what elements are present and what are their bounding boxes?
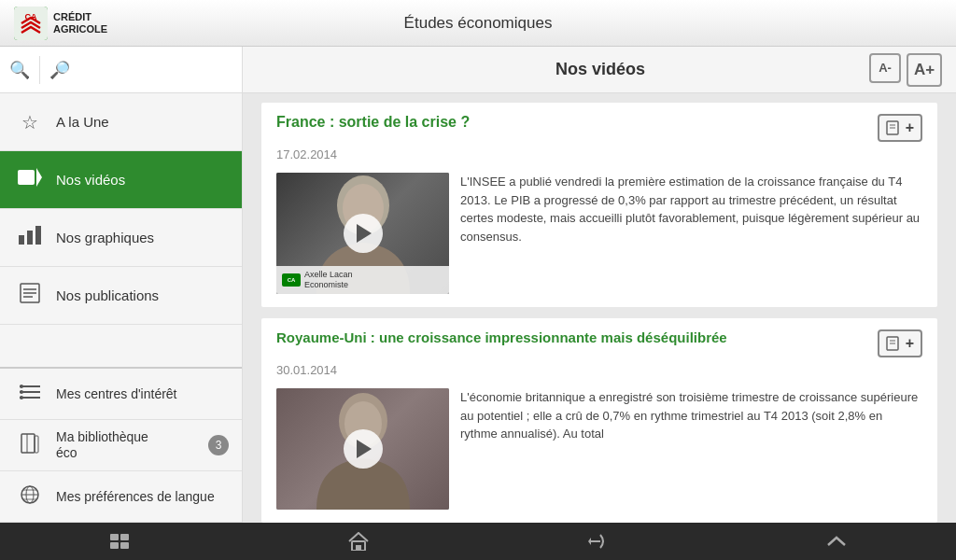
svg-rect-36 <box>120 534 129 540</box>
app-header: CA CRÉDIT AGRICOLE Études économiques <box>0 0 956 47</box>
sidebar-item-label-bibliotheque: Ma bibliothèque éco <box>56 429 148 461</box>
recents-icon <box>109 533 130 550</box>
svg-rect-4 <box>19 235 24 245</box>
logo-text: CRÉDIT AGRICOLE <box>53 11 107 34</box>
play-icon <box>357 224 372 243</box>
content-area: Nos vidéos A- A+ France : sortie de la c… <box>243 47 956 523</box>
bookmark-icon <box>886 120 903 135</box>
search-bar: 🔍 🔎 <box>0 47 242 93</box>
article-card: Royaume-Uni : une croissance impressionn… <box>261 318 937 523</box>
sidebar-item-centres-interet[interactable]: Mes centres d'intérêt <box>0 369 242 420</box>
chart-icon <box>17 226 43 249</box>
sidebar-nav: ☆ A la Une Nos vidéos <box>0 93 242 367</box>
advanced-search-icon[interactable]: 🔎 <box>49 60 70 80</box>
article-body: CA Axelle Lacan Economiste L'INSEE a pub… <box>261 169 937 307</box>
scroll-up-icon <box>826 534 847 549</box>
sidebar-item-preferences-langue[interactable]: Mes préférences de langue <box>0 471 242 523</box>
sidebar-item-label-nos-publications: Nos publications <box>56 287 159 303</box>
video-caption-text: Axelle Lacan Economiste <box>304 270 353 290</box>
logo-line2: AGRICOLE <box>53 23 107 35</box>
svg-rect-40 <box>356 545 361 551</box>
scroll-up-button[interactable] <box>813 523 860 560</box>
logo-line1: CRÉDIT <box>53 11 107 22</box>
list-icon <box>17 384 43 405</box>
search-divider <box>39 56 40 84</box>
sidebar-item-nos-graphiques[interactable]: Nos graphiques <box>0 209 242 267</box>
bookmark-plus-icon: + <box>906 119 914 136</box>
header-title: Études économiques <box>404 14 553 33</box>
svg-rect-38 <box>120 542 129 549</box>
content-section-title: Nos vidéos <box>331 60 869 79</box>
sidebar-item-label-nos-graphiques: Nos graphiques <box>56 230 154 245</box>
article-title: France : sortie de la crise ? <box>276 114 878 131</box>
sidebar-item-a-la-une[interactable]: ☆ A la Une <box>0 93 242 151</box>
bibliotheque-badge: 3 <box>208 435 229 455</box>
font-increase-button[interactable]: A+ <box>907 53 942 87</box>
bookmark-button[interactable]: + <box>878 114 922 142</box>
header-title-prefix: Études <box>404 14 458 32</box>
sidebar-item-bibliotheque[interactable]: Ma bibliothèque éco 3 <box>0 420 242 471</box>
document-icon <box>17 283 43 308</box>
main-layout: 🔍 🔎 ☆ A la Une Nos vidéos <box>0 47 956 523</box>
article-header: France : sortie de la crise ? + <box>261 103 937 146</box>
book-icon <box>17 433 43 458</box>
article-body: L'économie britannique a enregistré son … <box>261 385 937 523</box>
svg-rect-2 <box>18 170 35 185</box>
article-date: 30.01.2014 <box>261 361 937 385</box>
star-icon: ☆ <box>17 111 43 133</box>
svg-point-16 <box>20 396 23 399</box>
bookmark-button[interactable]: + <box>878 329 922 357</box>
header-title-suffix: économiques <box>457 14 552 32</box>
article-title: Royaume-Uni : une croissance impressionn… <box>276 329 878 345</box>
svg-rect-6 <box>35 226 41 245</box>
search-icon[interactable]: 🔍 <box>9 60 30 80</box>
sidebar-item-label-a-la-une: A la Une <box>56 114 109 130</box>
svg-rect-37 <box>110 542 119 549</box>
ca-logo-small: CA <box>282 273 301 287</box>
back-button[interactable] <box>574 523 621 560</box>
bookmark-icon <box>886 336 903 351</box>
article-header: Royaume-Uni : une croissance impressionn… <box>261 318 937 361</box>
svg-marker-3 <box>36 168 42 187</box>
sidebar-item-label-nos-videos: Nos vidéos <box>56 172 125 188</box>
sidebar-item-nos-publications[interactable]: Nos publications <box>0 267 242 325</box>
sidebar-footer: Mes centres d'intérêt Ma bibliothèque éc… <box>0 367 242 523</box>
article-text: L'économie britannique a enregistré son … <box>460 388 922 510</box>
sidebar-item-nos-videos[interactable]: Nos vidéos <box>0 151 242 209</box>
svg-rect-35 <box>110 534 119 540</box>
font-decrease-button[interactable]: A- <box>869 53 901 83</box>
play-icon <box>357 440 372 458</box>
video-thumbnail[interactable]: CA Axelle Lacan Economiste <box>276 173 449 294</box>
svg-rect-5 <box>27 231 33 245</box>
back-icon <box>587 532 608 551</box>
article-card: France : sortie de la crise ? + 17.02.20… <box>261 103 937 307</box>
font-controls: A- A+ <box>869 53 942 87</box>
content-header: Nos vidéos A- A+ <box>243 47 956 93</box>
video-icon <box>17 168 43 191</box>
video-thumbnail[interactable] <box>276 388 449 510</box>
recents-button[interactable] <box>96 523 143 560</box>
svg-rect-17 <box>21 434 35 453</box>
logo-icon: CA <box>14 7 48 40</box>
play-button[interactable] <box>344 429 383 469</box>
play-button[interactable] <box>344 214 383 253</box>
article-text: L'INSEE a publié vendredi la première es… <box>460 173 922 294</box>
globe-icon <box>17 484 43 510</box>
home-button[interactable] <box>335 523 382 560</box>
article-date: 17.02.2014 <box>261 146 937 169</box>
sidebar-item-label-centres-interet: Mes centres d'intérêt <box>56 386 177 401</box>
sidebar: 🔍 🔎 ☆ A la Une Nos vidéos <box>0 47 243 523</box>
bookmark-plus-icon: + <box>906 335 914 352</box>
svg-point-15 <box>20 390 23 394</box>
video-caption: CA Axelle Lacan Economiste <box>276 266 449 294</box>
svg-marker-41 <box>588 538 591 545</box>
svg-point-14 <box>20 385 23 388</box>
sidebar-item-label-preferences-langue: Mes préférences de langue <box>56 489 215 504</box>
logo: CA CRÉDIT AGRICOLE <box>14 7 107 40</box>
bottom-bar <box>0 523 956 560</box>
articles-list[interactable]: France : sortie de la crise ? + 17.02.20… <box>243 93 956 523</box>
home-icon <box>348 532 369 551</box>
